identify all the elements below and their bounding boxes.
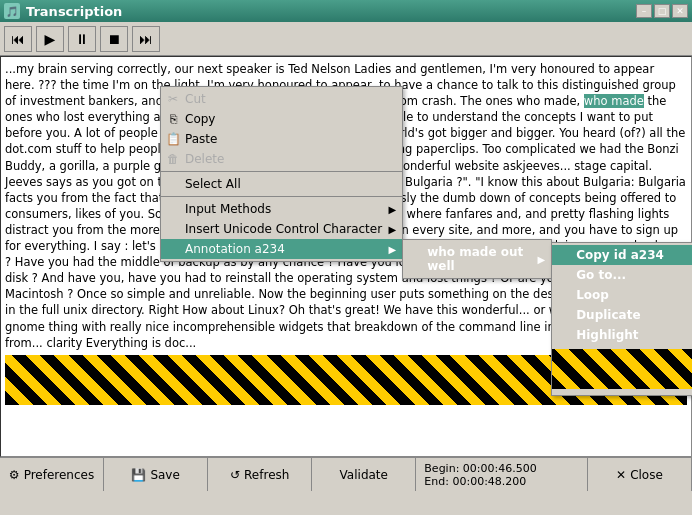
select-all-label: Select All [185,177,241,191]
menu-item-delete[interactable]: 🗑 Delete [161,149,402,169]
toolbar: ⏮ ▶ ⏸ ⏹ ⏭ [0,22,692,56]
who-made-out-label: who made out well [427,245,531,273]
submenu-header-who-made-out[interactable]: who made out well ▶ Copy id a234 Go to..… [403,242,551,276]
delete-label: Delete [185,152,224,166]
timecode-display: Begin: 00:00:46.500 End: 00:00:48.200 [416,458,588,491]
insert-unicode-label: Insert Unicode Control Character [185,222,382,236]
refresh-icon: ↺ [230,468,240,482]
annotation-label: Annotation a234 [185,242,285,256]
preferences-icon: ⚙ [9,468,20,482]
title-bar-left: 🎵 Transcription [4,3,122,19]
main-content: ...my brain serving correctly, our next … [0,56,692,457]
select-all-icon [165,176,181,192]
fast-forward-btn[interactable]: ⏭ [132,26,160,52]
annotation-icon [165,241,181,257]
validate-label: Validate [340,468,388,482]
menu-item-insert-unicode[interactable]: Insert Unicode Control Character ▶ [161,219,402,239]
pause-btn[interactable]: ⏸ [68,26,96,52]
separator-1 [161,171,402,172]
cut-icon: ✂ [165,91,181,107]
loop-label: Loop [576,288,609,302]
menu-item-cut[interactable]: ✂ Cut [161,89,402,109]
menu-item-annotation[interactable]: Annotation a234 ▶ who made out well ▶ Co… [161,239,402,259]
input-methods-label: Input Methods [185,202,271,216]
rewind-btn[interactable]: ⏮ [4,26,32,52]
duplicate-label: Duplicate [576,308,640,322]
close-label: Close [630,468,663,482]
menu-item-paste[interactable]: 📋 Paste [161,129,402,149]
context-menu-primary: ✂ Cut ⎘ Copy 📋 Paste 🗑 Delete Sele [160,86,403,262]
save-label: Save [150,468,179,482]
app-icon: 🎵 [4,3,20,19]
save-button[interactable]: 💾 Save [104,458,208,491]
refresh-button[interactable]: ↺ Refresh [208,458,312,491]
end-time-value: 00:00:48.200 [452,475,526,488]
copy-icon: ⎘ [165,111,181,127]
preferences-button[interactable]: ⚙ Preferences [0,458,104,491]
highlighted-text: who made [584,94,644,108]
input-methods-icon [165,201,181,217]
end-label: End: [424,475,449,488]
separator-2 [161,196,402,197]
begin-time-value: 00:00:46.500 [463,462,537,475]
context-menu: ✂ Cut ⎘ Copy 📋 Paste 🗑 Delete Sele [160,86,403,262]
play-btn[interactable]: ▶ [36,26,64,52]
submenu-arrow-input: ▶ [388,204,396,215]
delete-icon: 🗑 [165,151,181,167]
begin-time: Begin: 00:00:46.500 [424,462,536,475]
menu-item-copy[interactable]: ⎘ Copy [161,109,402,129]
menu-item-input-methods[interactable]: Input Methods ▶ [161,199,402,219]
insert-unicode-icon [165,221,181,237]
menu-item-select-all[interactable]: Select All [161,174,402,194]
begin-label: Begin: [424,462,459,475]
cut-label: Cut [185,92,206,106]
paste-label: Paste [185,132,217,146]
validate-button[interactable]: Validate [312,458,416,491]
menu-item-loop[interactable]: Loop [552,285,692,305]
submenu-annotation-actions: Copy id a234 Go to... Loop Duplicate [551,242,692,396]
menu-item-highlight[interactable]: Highlight [552,325,692,345]
end-time: End: 00:00:48.200 [424,475,526,488]
refresh-label: Refresh [244,468,289,482]
copy-id-label: Copy id a234 [576,248,664,262]
window-controls: – □ ✕ [636,4,688,18]
submenu-arrow-who: ▶ [537,254,545,265]
menu-item-duplicate[interactable]: Duplicate [552,305,692,325]
goto-label: Go to... [576,268,626,282]
save-icon: 💾 [131,468,146,482]
minimize-button[interactable]: – [636,4,652,18]
maximize-button[interactable]: □ [654,4,670,18]
submenu-hazard [552,349,692,389]
copy-label: Copy [185,112,215,126]
window-title: Transcription [26,4,122,19]
menu-item-goto[interactable]: Go to... [552,265,692,285]
submenu-arrow-annotation: ▶ [388,244,396,255]
bottom-toolbar: ⚙ Preferences 💾 Save ↺ Refresh Validate … [0,457,692,491]
preferences-label: Preferences [24,468,95,482]
menu-item-copy-id[interactable]: Copy id a234 [552,245,692,265]
close-button[interactable]: ✕ [672,4,688,18]
close-button[interactable]: ✕ Close [588,458,692,491]
close-icon: ✕ [616,468,626,482]
title-bar: 🎵 Transcription – □ ✕ [0,0,692,22]
stop-btn[interactable]: ⏹ [100,26,128,52]
submenu-who-made-out: who made out well ▶ Copy id a234 Go to..… [402,239,552,279]
highlight-label: Highlight [576,328,638,342]
submenu-arrow-unicode: ▶ [388,224,396,235]
paste-icon: 📋 [165,131,181,147]
